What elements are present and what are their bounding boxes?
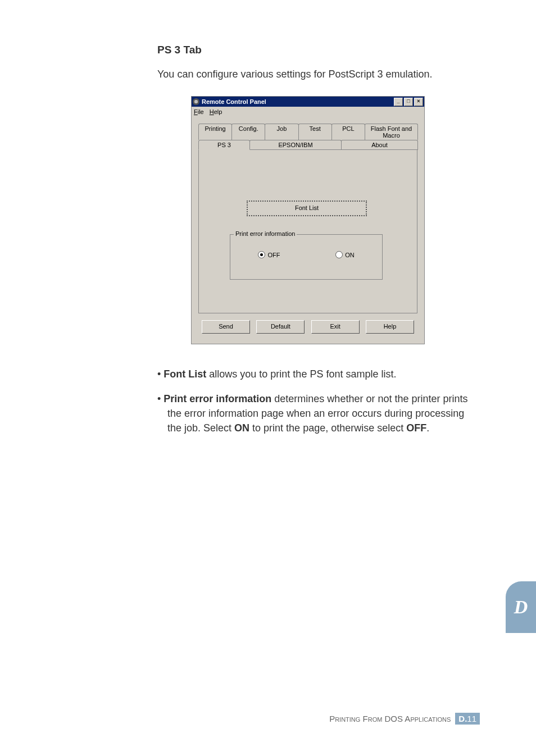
font-list-button[interactable]: Font List [247, 201, 367, 216]
app-window: Remote Control Panel _ □ × File Help Pri… [191, 96, 425, 344]
tab-job[interactable]: Job [265, 124, 298, 140]
maximize-button[interactable]: □ [404, 98, 413, 106]
bullet2-bold: Print error information [163, 393, 271, 404]
footer-text: Printing From DOS Applications [329, 714, 451, 723]
help-button[interactable]: Help [366, 320, 414, 334]
bullet-font-list: Font List allows you to print the PS fon… [157, 367, 472, 381]
radio-off-label: OFF [267, 252, 280, 258]
radio-on-indicator [335, 251, 343, 258]
tab-config[interactable]: Config. [231, 124, 265, 140]
bullet-print-error: Print error information determines wheth… [157, 391, 472, 435]
intro-text: You can configure various settings for P… [157, 69, 472, 80]
print-error-groupbox: Print error information OFF ON [230, 234, 383, 280]
bullet2-off: OFF [406, 422, 426, 434]
tabs-row-1: Printing Config. Job Test PCL Flash Font… [198, 124, 417, 140]
side-tab-d: D [506, 581, 536, 633]
page-badge-num: 11 [467, 714, 476, 723]
exit-button[interactable]: Exit [311, 320, 360, 334]
radio-off-indicator [258, 251, 265, 258]
tab-epson-ibm[interactable]: EPSON/IBM [249, 140, 342, 150]
bullet2-on: ON [234, 422, 249, 434]
bullet2-mid2: to print the page, otherwise select [249, 422, 406, 434]
titlebar: Remote Control Panel _ □ × [192, 97, 424, 107]
tab-ps3[interactable]: PS 3 [198, 140, 250, 150]
window-title: Remote Control Panel [202, 98, 266, 105]
bullet2-end: . [426, 422, 429, 434]
tab-about[interactable]: About [341, 140, 418, 150]
menubar: File Help [192, 107, 424, 117]
close-button[interactable]: × [414, 98, 423, 106]
radio-on-label: ON [345, 252, 355, 258]
app-icon [193, 98, 199, 105]
tab-pane-ps3: Font List Print error information OFF ON [198, 149, 417, 313]
bullet1-bold: Font List [163, 368, 206, 380]
dialog-buttons: Send Default Exit Help [198, 313, 417, 337]
tab-test[interactable]: Test [298, 124, 332, 140]
menu-file[interactable]: File [194, 108, 204, 115]
print-error-group-title: Print error information [234, 230, 297, 237]
page-badge: D.11 [455, 713, 480, 725]
radio-on[interactable]: ON [335, 251, 355, 258]
minimize-button[interactable]: _ [394, 98, 403, 106]
page-footer: Printing From DOS Applications D.11 [329, 713, 480, 725]
tabs-row-2: PS 3 EPSON/IBM About [198, 140, 417, 150]
menu-help[interactable]: Help [210, 108, 222, 115]
tab-pcl[interactable]: PCL [331, 124, 365, 140]
bullet1-rest: allows you to print the PS font sample l… [206, 368, 396, 380]
tab-printing[interactable]: Printing [198, 124, 232, 140]
send-button[interactable]: Send [202, 320, 250, 334]
page-badge-letter: D. [458, 714, 467, 723]
tab-flash-font-macro[interactable]: Flash Font and Macro [365, 124, 418, 140]
section-heading: PS 3 Tab [157, 44, 472, 56]
default-button[interactable]: Default [256, 320, 305, 334]
bullet-list: Font List allows you to print the PS fon… [157, 367, 472, 435]
radio-off[interactable]: OFF [258, 251, 280, 258]
